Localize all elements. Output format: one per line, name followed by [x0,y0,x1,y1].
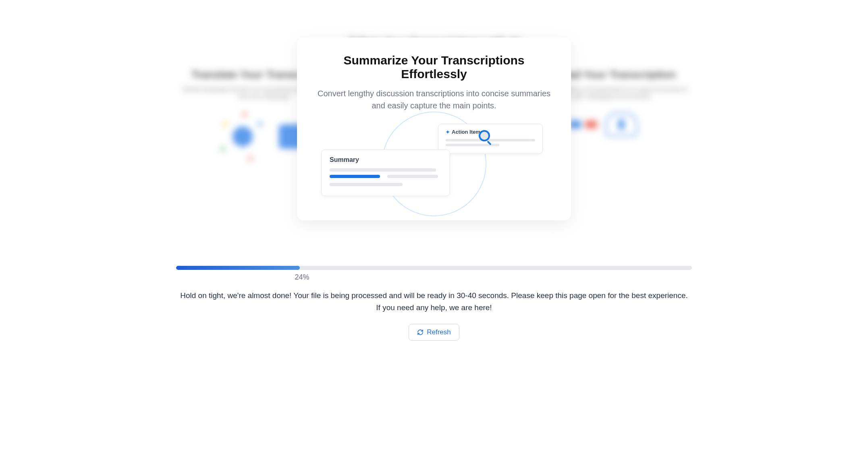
refresh-icon [417,329,424,336]
placeholder-line [387,175,438,178]
status-text: Hold on tight, we're almost done! Your f… [180,290,688,314]
placeholder-line [330,183,403,186]
summarize-illustration: ✦ Action Items Summary [317,124,551,204]
progress-section: 24% [176,266,692,282]
main-card-title: Summarize Your Transcriptions Effortless… [317,54,551,81]
cloud-upload-icon [605,112,638,137]
summary-card: Summary [321,149,450,196]
progress-bar-fill [176,266,300,270]
feature-carousel: Talk to Your Transcriptions with AI Chat… [152,16,716,242]
sparkle-icon: ✦ [446,129,450,135]
placeholder-line-highlight [330,175,380,178]
magnify-icon [479,130,490,141]
progress-bar [176,266,692,270]
action-items-label: Action Items [452,129,483,135]
placeholder-line [330,168,436,172]
action-items-card: ✦ Action Items [438,124,543,154]
main-feature-card: Summarize Your Transcriptions Effortless… [297,37,571,220]
format-icon [585,120,597,128]
main-card-subtitle: Convert lengthy discussion transcription… [317,87,551,112]
placeholder-line [446,139,535,141]
globe-icon [218,112,267,161]
summary-label: Summary [330,156,442,164]
progress-percent-label: 24% [295,273,692,282]
refresh-button[interactable]: Refresh [409,324,459,341]
refresh-button-label: Refresh [427,328,451,336]
